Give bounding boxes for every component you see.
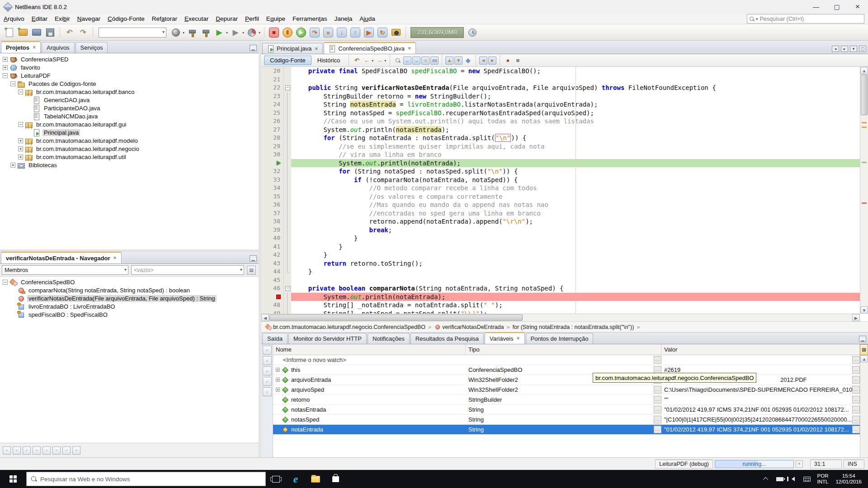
finish-debugger-session-button[interactable]: ■ xyxy=(268,27,280,38)
scroll-tabs-right-icon[interactable]: ▸ xyxy=(841,46,848,52)
close-icon[interactable]: × xyxy=(517,335,520,342)
menu-perfil[interactable]: Perfil xyxy=(241,14,263,23)
new-file-button[interactable] xyxy=(4,27,15,38)
volume-button[interactable] xyxy=(787,470,800,488)
variable-row[interactable]: notasSpedString..."|C100|0|1|417CRE|55|0… xyxy=(273,415,860,425)
t-dropdown-icon[interactable]: ▢ xyxy=(859,46,866,52)
errorstripe-mark[interactable] xyxy=(862,202,867,204)
jump-last-edit-button[interactable]: ↶ xyxy=(352,56,361,65)
collapse-all-icon[interactable]: ▫ xyxy=(72,446,80,455)
edit-value-icon[interactable]: ... xyxy=(654,356,661,364)
clean-build-project-button[interactable] xyxy=(200,27,212,38)
toggle-bookmark-button[interactable]: ◆ xyxy=(463,56,472,65)
close-icon[interactable]: × xyxy=(113,255,116,261)
minimize-button[interactable]: — xyxy=(806,0,826,14)
maximize-editor-icon[interactable]: ▾ xyxy=(850,46,857,52)
minimize-panel-icon[interactable]: ▁ xyxy=(250,255,257,262)
new-watch-placeholder[interactable]: <Informe o novo watch> xyxy=(283,357,346,363)
undo-button[interactable]: ↶ xyxy=(64,27,75,38)
minimize-panel-icon[interactable]: ▁ xyxy=(859,336,866,342)
edit-value-icon[interactable]: ... xyxy=(654,386,661,394)
show-value-icon[interactable]: ... xyxy=(852,376,860,384)
tab-pontosdeinterrupço[interactable]: Pontos de Interrupção xyxy=(526,333,594,344)
run-project-button[interactable]: ▶▾ xyxy=(213,27,225,38)
find-next-occurrence-button[interactable]: → xyxy=(412,56,420,65)
step-into-button[interactable]: ↓ xyxy=(336,27,348,38)
show-watches-icon[interactable]: ▫ xyxy=(263,346,272,355)
variable-row[interactable]: <Informe o novo watch>...... xyxy=(273,355,860,365)
variables-scrollbar[interactable]: ▨ ▲ xyxy=(860,344,868,457)
show-value-icon[interactable]: ... xyxy=(852,396,860,404)
edit-value-icon[interactable]: ... xyxy=(654,406,661,413)
close-icon[interactable]: × xyxy=(33,44,36,51)
start-macro-recording-button[interactable]: ● xyxy=(503,56,512,65)
minimize-panel-icon[interactable]: ▁ xyxy=(250,45,257,51)
menu-executar[interactable]: Executar xyxy=(181,14,212,23)
menu-janela[interactable]: Janela xyxy=(330,14,356,23)
project-tree-item[interactable]: TabelaNCMDao.java xyxy=(0,112,259,120)
variable-row[interactable]: +arquivoSpedWin32ShellFolder2...C:\Users… xyxy=(273,385,860,395)
garbage-collect-button[interactable] xyxy=(467,27,478,38)
close-icon[interactable]: × xyxy=(408,45,411,52)
save-all-button[interactable] xyxy=(44,27,56,38)
scrollbar-thumb[interactable] xyxy=(861,75,868,115)
menu-ferramentas[interactable]: Ferramentas xyxy=(289,14,331,23)
collapse-icon[interactable]: − xyxy=(3,280,8,285)
breadcrumb-item[interactable]: br.com.tmautomacao.leiturapdf.negocio.Co… xyxy=(265,324,425,330)
project-tree-item[interactable]: +ConferenciaSPED xyxy=(0,55,259,63)
breadcrumb-item[interactable]: for (String notaEntrada : notasEntrada.s… xyxy=(513,324,634,330)
tab-serviços[interactable]: Serviços xyxy=(75,42,108,53)
next-bookmark-button[interactable]: ▾ xyxy=(454,56,462,65)
open-in-new-window-icon[interactable]: ▫ xyxy=(263,387,272,396)
collapse-icon[interactable]: − xyxy=(18,122,23,127)
open-project-button[interactable] xyxy=(31,27,42,38)
scroll-tabs-left-icon[interactable]: ◂ xyxy=(832,46,839,52)
menu-cdigofonte[interactable]: Código-Fonte xyxy=(104,14,148,23)
fold-toggle-icon[interactable] xyxy=(284,84,291,92)
tab-projetos[interactable]: Projetos× xyxy=(1,41,41,53)
expand-icon[interactable]: + xyxy=(18,146,23,151)
navigator-item[interactable]: −ConferenciaSpedBO xyxy=(0,278,259,286)
language-indicator[interactable]: PORINTL xyxy=(814,473,832,485)
collapse-icon[interactable]: − xyxy=(10,81,15,86)
edge-button[interactable]: e xyxy=(286,470,306,488)
apply-code-changes-button[interactable]: ↻ xyxy=(377,27,388,38)
navigator-tree[interactable]: −ConferenciaSpedBOcompararNota(String no… xyxy=(0,277,259,443)
close-icon[interactable]: × xyxy=(315,46,318,52)
show-inherited-members-icon[interactable]: ▫ xyxy=(3,446,11,455)
scroll-up-icon[interactable]: ▲ xyxy=(860,67,868,74)
sort-alphabetically-icon[interactable]: ▫ xyxy=(42,446,51,455)
touch-keyboard-button[interactable] xyxy=(800,470,814,488)
collapse-icon[interactable]: − xyxy=(3,73,8,78)
taskbar-search-box[interactable]: Pesquisar na Web e no Windows xyxy=(26,472,266,486)
tray-expand-button[interactable] xyxy=(760,470,773,488)
show-fields-icon[interactable]: ▫ xyxy=(13,446,21,455)
errorstripe-mark[interactable] xyxy=(862,127,867,128)
close-button[interactable]: × xyxy=(847,0,868,14)
step-out-button[interactable]: ↑ xyxy=(349,27,361,38)
show-value-icon[interactable]: ... xyxy=(852,406,860,413)
store-button[interactable] xyxy=(326,470,345,488)
project-tree-item[interactable]: +Bibliotecas xyxy=(0,161,259,169)
tab-navigator[interactable]: verificarNotasDeEntrada - Navegador× xyxy=(1,252,122,263)
tab-resultadosdapesquisa[interactable]: Resultados da Pesquisa xyxy=(410,333,484,344)
battery-button[interactable] xyxy=(773,470,787,488)
rectangular-selection-button[interactable]: ▭ xyxy=(430,56,439,65)
collapse-icon[interactable]: − xyxy=(18,89,23,94)
project-tree-item[interactable]: −br.com.tmautomacao.leiturapdf.banco xyxy=(0,88,259,96)
task-view-button[interactable] xyxy=(266,470,286,488)
project-tree-item[interactable]: +favorito xyxy=(0,63,259,71)
step-over-expression-button[interactable]: » xyxy=(322,27,334,38)
expand-icon[interactable]: + xyxy=(18,155,23,160)
tab-notificaçes[interactable]: Notificações xyxy=(368,333,410,344)
toggle-search-highlight-button[interactable]: ≡ xyxy=(421,56,429,65)
menu-navegar[interactable]: Navegar xyxy=(74,14,104,23)
step-over-button[interactable]: ↷ xyxy=(309,27,321,38)
expand-icon[interactable]: + xyxy=(3,65,8,70)
scroll-down-icon[interactable]: ▼ xyxy=(860,306,868,314)
expand-icon[interactable]: + xyxy=(10,163,15,168)
run-to-cursor-button[interactable]: ▶ xyxy=(363,27,375,38)
variable-row[interactable]: +thisConferenciaSpedBO...#2619... xyxy=(273,365,860,375)
sort-by-source-icon[interactable]: ▫ xyxy=(52,446,61,455)
show-non-public-members-icon[interactable]: ▫ xyxy=(33,446,41,455)
